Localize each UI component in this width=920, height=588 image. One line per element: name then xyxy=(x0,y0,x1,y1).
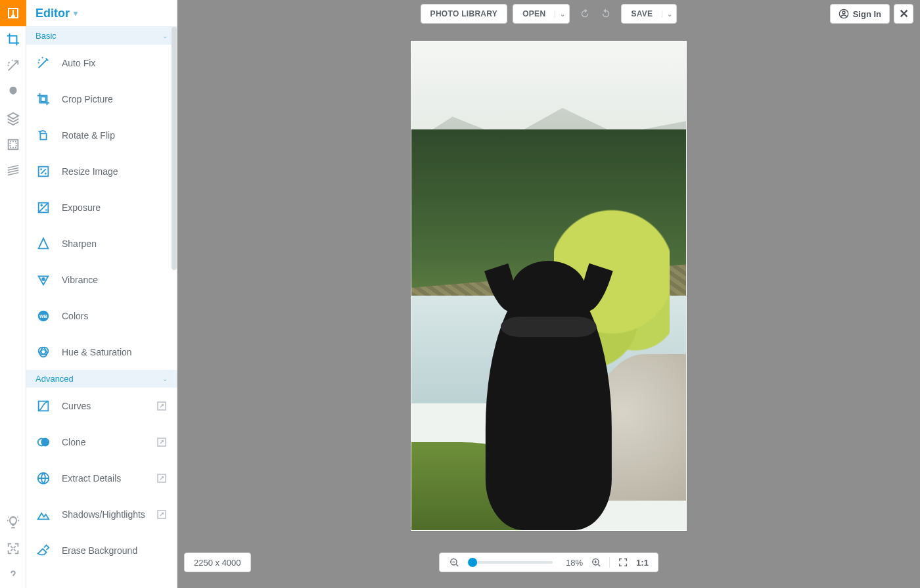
canvas-image[interactable] xyxy=(411,41,687,531)
tool-shadows[interactable]: Shadows/Hightlights xyxy=(26,496,177,532)
user-icon xyxy=(839,9,849,19)
zoom-slider-thumb[interactable] xyxy=(468,558,477,567)
group-basic[interactable]: Basic ⌄ xyxy=(26,27,177,45)
svg-point-21 xyxy=(842,11,845,14)
svg-point-6 xyxy=(42,278,45,281)
chevron-down-icon[interactable]: ⌄ xyxy=(555,11,569,18)
tool-label: Curves xyxy=(62,401,156,411)
svg-text:WB: WB xyxy=(39,313,47,319)
chevron-down-icon[interactable]: ⌄ xyxy=(662,11,676,18)
texture-tool-icon[interactable] xyxy=(0,158,26,184)
svg-rect-2 xyxy=(41,97,45,101)
vibrance-icon xyxy=(35,272,51,288)
tool-label: Sharpen xyxy=(62,238,168,249)
popout-icon xyxy=(156,472,168,484)
editor-mode-selector[interactable]: Editor ▾ xyxy=(26,0,177,26)
app-logo[interactable] xyxy=(0,0,26,26)
tool-label: Erase Background xyxy=(62,545,168,556)
popout-icon xyxy=(156,436,168,448)
close-button[interactable]: ✕ xyxy=(894,4,913,24)
tool-label: Exposure xyxy=(62,202,168,213)
editor-panel: Editor ▾ Basic ⌄ Auto Fix Crop Picture R… xyxy=(26,0,177,588)
group-advanced-label: Advanced xyxy=(35,374,74,384)
crop-tool-icon[interactable] xyxy=(0,26,26,53)
chevron-down-icon: ⌄ xyxy=(162,375,168,382)
tool-crop-picture[interactable]: Crop Picture xyxy=(26,81,177,117)
tool-exposure[interactable]: Exposure xyxy=(26,189,177,225)
tool-label: Shadows/Hightlights xyxy=(62,509,156,520)
zoom-percent: 18% xyxy=(561,558,583,568)
tool-resize-image[interactable]: Resize Image xyxy=(26,153,177,189)
tool-label: Crop Picture xyxy=(62,94,168,104)
open-label: OPEN xyxy=(513,5,555,23)
zoom-slider[interactable] xyxy=(467,561,553,564)
chevron-down-icon: ⌄ xyxy=(162,32,168,39)
tool-label: Extract Details xyxy=(62,473,156,484)
group-advanced[interactable]: Advanced ⌄ xyxy=(26,370,177,388)
tool-auto-fix[interactable]: Auto Fix xyxy=(26,45,177,81)
crop-icon xyxy=(35,91,51,107)
curves-icon xyxy=(35,398,51,414)
chevron-down-icon: ▾ xyxy=(74,9,78,18)
tool-clone[interactable]: Clone xyxy=(26,424,177,460)
photo-library-button[interactable]: PHOTO LIBRARY xyxy=(421,4,508,24)
tool-label: Rotate & Flip xyxy=(62,130,168,141)
clone-icon xyxy=(35,434,51,450)
svg-point-15 xyxy=(41,438,49,445)
editor-title: Editor xyxy=(35,7,70,20)
extract-icon xyxy=(35,470,51,486)
portrait-tool-icon[interactable] xyxy=(0,79,26,105)
zoom-bar: 18% 1:1 xyxy=(439,553,658,572)
tool-rotate-flip[interactable]: Rotate & Flip xyxy=(26,117,177,153)
panel-scrollbar[interactable] xyxy=(172,27,177,270)
frame-tool-icon[interactable] xyxy=(0,131,26,158)
signin-button[interactable]: Sign In xyxy=(830,4,890,24)
shadows-icon xyxy=(35,507,51,522)
fullscreen-icon[interactable] xyxy=(0,535,26,562)
save-button[interactable]: SAVE ⌄ xyxy=(621,4,677,24)
help-icon[interactable] xyxy=(0,562,26,588)
canvas-area: PHOTO LIBRARY OPEN ⌄ SAVE ⌄ Sign In ✕ 22… xyxy=(177,0,920,588)
resize-icon xyxy=(35,164,51,179)
tool-hue-saturation[interactable]: Hue & Saturation xyxy=(26,334,177,370)
tool-curves[interactable]: Curves xyxy=(26,388,177,424)
redo-button[interactable] xyxy=(596,4,616,24)
hue-icon xyxy=(35,344,51,360)
magic-tool-icon[interactable] xyxy=(0,53,26,79)
tool-extract-details[interactable]: Extract Details xyxy=(26,460,177,496)
zoom-in-button[interactable] xyxy=(591,557,601,568)
svg-point-11 xyxy=(40,350,47,357)
actual-size-button[interactable]: 1:1 xyxy=(636,558,649,568)
sharpen-icon xyxy=(35,236,51,252)
image-dimensions[interactable]: 2250 x 4000 xyxy=(184,553,251,572)
tool-label: Auto Fix xyxy=(62,58,168,68)
colors-icon: WB xyxy=(35,308,51,324)
erase-icon xyxy=(35,543,51,558)
tool-label: Resize Image xyxy=(62,166,168,177)
tools-menu: Basic ⌄ Auto Fix Crop Picture Rotate & F… xyxy=(26,27,177,588)
popout-icon xyxy=(156,509,168,520)
tool-sharpen[interactable]: Sharpen xyxy=(26,225,177,261)
close-icon: ✕ xyxy=(899,7,909,21)
tool-rail xyxy=(0,0,26,588)
zoom-out-button[interactable] xyxy=(449,557,459,568)
layers-tool-icon[interactable] xyxy=(0,105,26,131)
tool-vibrance[interactable]: Vibrance xyxy=(26,261,177,298)
wand-icon xyxy=(35,55,51,71)
signin-label: Sign In xyxy=(853,9,881,19)
fit-screen-button[interactable] xyxy=(618,557,628,568)
top-toolbar: PHOTO LIBRARY OPEN ⌄ SAVE ⌄ xyxy=(177,4,920,24)
idea-icon[interactable] xyxy=(0,509,26,535)
undo-button[interactable] xyxy=(575,4,595,24)
tool-colors[interactable]: WB Colors xyxy=(26,298,177,334)
tool-label: Clone xyxy=(62,437,156,447)
exposure-icon xyxy=(35,200,51,215)
svg-rect-3 xyxy=(40,133,46,139)
save-label: SAVE xyxy=(622,5,662,23)
group-basic-label: Basic xyxy=(35,31,57,41)
tool-label: Hue & Saturation xyxy=(62,347,168,357)
popout-icon xyxy=(156,400,168,412)
open-button[interactable]: OPEN ⌄ xyxy=(513,4,570,24)
tool-erase-background[interactable]: Erase Background xyxy=(26,532,177,568)
rotate-icon xyxy=(35,127,51,143)
